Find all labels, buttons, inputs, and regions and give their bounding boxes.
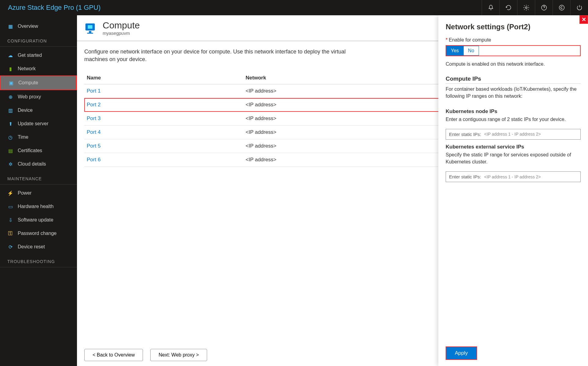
overview-icon: ▦ xyxy=(7,23,13,29)
key-icon: ⚿ xyxy=(7,230,13,236)
sidebar-item-label: Update server xyxy=(18,121,49,126)
notifications-icon[interactable] xyxy=(482,0,499,15)
sidebar-item-get-started[interactable]: ☁ Get started xyxy=(0,49,77,62)
next-button[interactable]: Next: Web proxy > xyxy=(150,349,207,361)
port-link[interactable]: Port 3 xyxy=(87,115,100,121)
close-icon[interactable]: ✕ xyxy=(579,15,588,24)
svg-rect-4 xyxy=(88,25,92,29)
sidebar: ▦ Overview CONFIGURATION ☁ Get started ▮… xyxy=(0,15,77,366)
k8s-svc-desc: Specify the static IP range for services… xyxy=(446,151,581,165)
sidebar-item-label: Web proxy xyxy=(18,94,41,100)
enabled-text: Compute is enabled on this network inter… xyxy=(446,60,581,68)
sidebar-item-software-update[interactable]: ⇩ Software update xyxy=(0,213,77,227)
sidebar-item-label: Software update xyxy=(18,217,53,223)
k8s-svc-heading: Kubernetes external service IPs xyxy=(446,144,581,150)
svg-point-0 xyxy=(525,7,527,9)
power-icon[interactable] xyxy=(570,0,588,15)
cloud-details-icon: ✲ xyxy=(7,161,13,167)
sidebar-item-label: Overview xyxy=(18,24,38,29)
sidebar-item-overview[interactable]: ▦ Overview xyxy=(0,20,77,33)
svg-rect-6 xyxy=(87,33,93,34)
copyright-icon[interactable] xyxy=(553,0,570,15)
sidebar-item-label: Get started xyxy=(18,53,42,58)
sidebar-item-label: Device reset xyxy=(18,244,45,250)
port-link[interactable]: Port 4 xyxy=(87,129,100,135)
network-settings-panel: ✕ Network settings (Port2) *Enable for c… xyxy=(438,15,588,366)
certificate-icon: ▤ xyxy=(7,148,13,154)
device-icon: ▥ xyxy=(7,107,13,113)
port-link[interactable]: Port 1 xyxy=(87,88,100,94)
apply-button[interactable]: Apply xyxy=(446,346,477,360)
port-link[interactable]: Port 6 xyxy=(87,157,100,163)
toggle-yes[interactable]: Yes xyxy=(446,46,463,56)
k8s-node-heading: Kubernetes node IPs xyxy=(446,108,581,115)
top-bar: Azure Stack Edge Pro (1 GPU) xyxy=(0,0,588,15)
network-icon: ▮ xyxy=(7,66,13,72)
ip-input-label: Enter static IPs: xyxy=(449,174,481,179)
main-content: Compute myasegpuvm Configure one network… xyxy=(77,15,588,366)
svg-point-2 xyxy=(559,5,564,10)
sidebar-item-compute[interactable]: ▣ Compute xyxy=(0,75,77,90)
port-link[interactable]: Port 5 xyxy=(87,143,100,149)
sidebar-item-network[interactable]: ▮ Network xyxy=(0,62,77,75)
sidebar-item-update-server[interactable]: ⬆ Update server xyxy=(0,117,77,130)
k8s-svc-ip-input[interactable]: Enter static IPs: <IP address 1 - IP add… xyxy=(446,171,581,182)
compute-icon: ▣ xyxy=(8,80,14,86)
cloud-icon: ☁ xyxy=(7,52,13,58)
app-title: Azure Stack Edge Pro (1 GPU) xyxy=(8,4,100,12)
update-icon: ⬆ xyxy=(7,121,13,127)
software-update-icon: ⇩ xyxy=(7,217,13,223)
sidebar-section-maintenance: MAINTENANCE xyxy=(0,171,77,185)
top-actions xyxy=(482,0,588,15)
sidebar-item-label: Network xyxy=(18,66,36,71)
enable-compute-toggle[interactable]: Yes No xyxy=(446,45,581,56)
help-icon[interactable] xyxy=(535,0,553,15)
sidebar-item-device[interactable]: ▥ Device xyxy=(0,104,77,117)
sidebar-item-label: Certificates xyxy=(18,148,42,153)
sidebar-item-label: Password change xyxy=(18,231,57,236)
clock-icon: ◷ xyxy=(7,134,13,140)
compute-ips-heading: Compute IPs xyxy=(446,75,581,84)
sidebar-item-label: Time xyxy=(18,134,28,140)
ip-input-placeholder: <IP address 1 - IP address 2> xyxy=(484,132,541,137)
sidebar-item-time[interactable]: ◷ Time xyxy=(0,130,77,144)
sidebar-section-configuration: CONFIGURATION xyxy=(0,33,77,47)
ip-input-label: Enter static IPs: xyxy=(449,132,481,137)
toggle-no[interactable]: No xyxy=(463,46,479,56)
sidebar-item-label: Compute xyxy=(18,80,38,86)
compute-ips-desc: For container based workloads (IoT/Kuber… xyxy=(446,86,581,100)
compute-page-icon xyxy=(83,21,97,35)
sidebar-item-hardware-health[interactable]: ▭ Hardware health xyxy=(0,200,77,213)
panel-title: Network settings (Port2) xyxy=(446,23,581,31)
port-link[interactable]: Port 2 xyxy=(87,102,100,108)
page-title: Compute xyxy=(103,20,140,31)
refresh-icon[interactable] xyxy=(499,0,517,15)
sidebar-item-cloud-details[interactable]: ✲ Cloud details xyxy=(0,157,77,171)
sidebar-item-label: Device xyxy=(18,108,33,113)
k8s-node-desc: Enter a contiguous range of 2 static IPs… xyxy=(446,116,581,123)
sidebar-item-label: Hardware health xyxy=(18,204,53,209)
k8s-node-ip-input[interactable]: Enter static IPs: <IP address 1 - IP add… xyxy=(446,129,581,140)
sidebar-item-certificates[interactable]: ▤ Certificates xyxy=(0,144,77,157)
back-button[interactable]: < Back to Overview xyxy=(84,349,143,361)
sidebar-item-label: Cloud details xyxy=(18,161,46,167)
page-intro: Configure one network interface on your … xyxy=(84,48,365,63)
hardware-icon: ▭ xyxy=(7,203,13,210)
sidebar-item-password-change[interactable]: ⚿ Password change xyxy=(0,227,77,240)
page-subtitle: myasegpuvm xyxy=(103,31,140,36)
sidebar-item-web-proxy[interactable]: ⊕ Web proxy xyxy=(0,90,77,104)
bolt-icon: ⚡ xyxy=(7,190,13,196)
sidebar-item-power[interactable]: ⚡ Power xyxy=(0,186,77,200)
sidebar-item-label: Power xyxy=(18,190,31,196)
sidebar-section-troubleshooting: TROUBLESHOOTING xyxy=(0,254,77,267)
reset-icon: ⟳ xyxy=(7,244,13,250)
settings-icon[interactable] xyxy=(517,0,535,15)
col-name: Name xyxy=(84,72,243,84)
enable-compute-label: *Enable for compute xyxy=(446,37,581,43)
ip-input-placeholder: <IP address 1 - IP address 2> xyxy=(484,174,541,179)
globe-icon: ⊕ xyxy=(7,94,13,100)
svg-rect-5 xyxy=(89,31,91,33)
sidebar-item-device-reset[interactable]: ⟳ Device reset xyxy=(0,240,77,254)
